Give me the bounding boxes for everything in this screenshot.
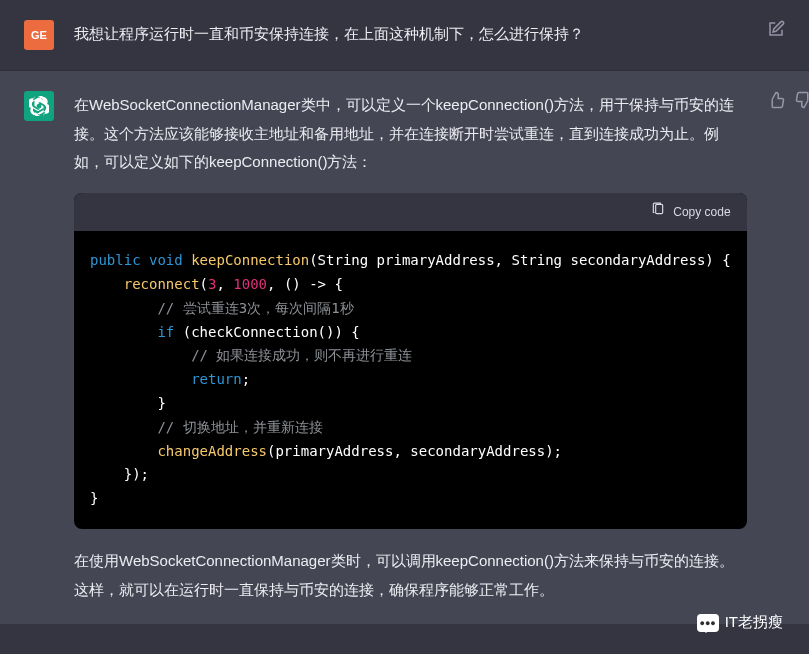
comment-2: // 如果连接成功，则不再进行重连 bbox=[191, 347, 412, 363]
num-3: 3 bbox=[208, 276, 216, 292]
assistant-message-row: 在WebSocketConnectionManager类中，可以定义一个keep… bbox=[0, 71, 809, 624]
assistant-actions bbox=[767, 91, 809, 604]
semi: ; bbox=[242, 371, 250, 387]
fn-keepconnection: keepConnection bbox=[191, 252, 309, 268]
kw-void: void bbox=[149, 252, 183, 268]
lambda-tail: , () -> { bbox=[267, 276, 343, 292]
thumbs-down-icon[interactable] bbox=[795, 91, 809, 109]
wechat-bubble-icon: ●●● bbox=[697, 614, 719, 632]
change-args: (primaryAddress, secondaryAddress); bbox=[267, 443, 562, 459]
copy-code-button[interactable]: Copy code bbox=[651, 201, 730, 224]
code-block: Copy code public void keepConnection(Str… bbox=[74, 193, 747, 530]
fn-reconnect: reconnect bbox=[124, 276, 200, 292]
kw-public: public bbox=[90, 252, 141, 268]
code-content: public void keepConnection(String primar… bbox=[74, 231, 747, 529]
user-avatar-text: GE bbox=[31, 29, 47, 41]
thumbs-up-icon[interactable] bbox=[767, 91, 785, 109]
sig-tail: (String primaryAddress, String secondary… bbox=[309, 252, 730, 268]
edit-icon[interactable] bbox=[767, 20, 785, 38]
brace-close-1: } bbox=[157, 395, 165, 411]
user-message-row: GE 我想让程序运行时一直和币安保持连接，在上面这种机制下，怎么进行保持？ bbox=[0, 0, 809, 71]
if-cond: (checkConnection()) { bbox=[174, 324, 359, 340]
assistant-avatar bbox=[24, 91, 54, 121]
comment-3: // 切换地址，并重新连接 bbox=[157, 419, 322, 435]
user-avatar: GE bbox=[24, 20, 54, 50]
code-header: Copy code bbox=[74, 193, 747, 232]
fn-changeaddress: changeAddress bbox=[157, 443, 267, 459]
user-actions bbox=[767, 20, 785, 50]
assistant-outro: 在使用WebSocketConnectionManager类时，可以调用keep… bbox=[74, 547, 747, 604]
kw-return: return bbox=[191, 371, 242, 387]
lambda-end: }); bbox=[124, 466, 149, 482]
comment-1: // 尝试重连3次，每次间隔1秒 bbox=[157, 300, 353, 316]
svg-rect-0 bbox=[656, 204, 663, 213]
assistant-intro: 在WebSocketConnectionManager类中，可以定义一个keep… bbox=[74, 91, 747, 177]
brace-close-2: } bbox=[90, 490, 98, 506]
num-1000: 1000 bbox=[233, 276, 267, 292]
user-message-text: 我想让程序运行时一直和币安保持连接，在上面这种机制下，怎么进行保持？ bbox=[74, 20, 747, 50]
assistant-body: 在WebSocketConnectionManager类中，可以定义一个keep… bbox=[74, 91, 747, 604]
watermark-text: IT老拐瘦 bbox=[725, 613, 783, 632]
kw-if: if bbox=[157, 324, 174, 340]
clipboard-icon bbox=[651, 201, 665, 224]
watermark: ●●● IT老拐瘦 bbox=[697, 613, 783, 632]
copy-code-label: Copy code bbox=[673, 201, 730, 224]
